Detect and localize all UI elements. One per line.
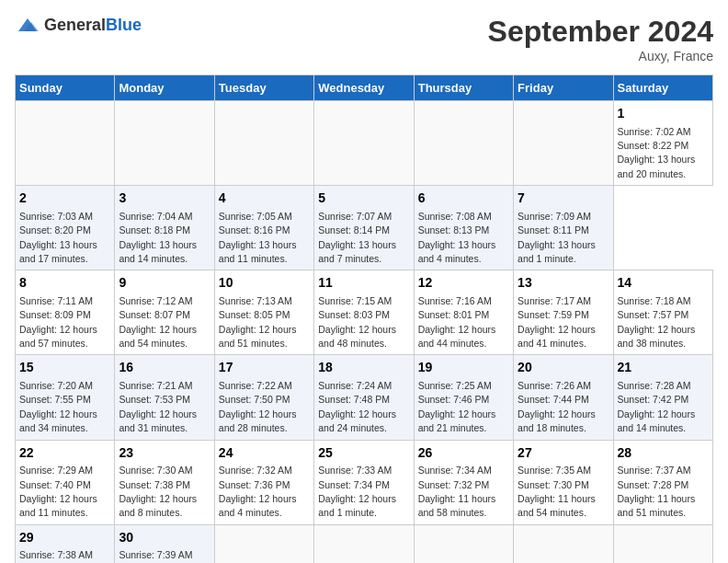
day-number: 28 [618, 444, 709, 463]
daylight-info: Daylight: 13 hours and 4 minutes. [418, 239, 496, 264]
sunrise-info: Sunrise: 7:25 AM [418, 380, 492, 391]
daylight-info: Daylight: 12 hours and 54 minutes. [119, 324, 197, 349]
calendar-day-cell: 27Sunrise: 7:35 AMSunset: 7:30 PMDayligh… [514, 440, 613, 524]
day-number: 2 [19, 190, 110, 208]
sunrise-info: Sunrise: 7:16 AM [418, 295, 492, 306]
sunrise-info: Sunrise: 7:29 AM [19, 465, 93, 476]
daylight-info: Daylight: 12 hours and 11 minutes. [19, 493, 97, 518]
day-number: 29 [19, 529, 110, 547]
logo-blue: Blue [106, 16, 142, 34]
calendar-day-cell: 16Sunrise: 7:21 AMSunset: 7:53 PMDayligh… [115, 355, 214, 440]
col-thursday: Thursday [414, 75, 513, 101]
calendar-day-cell: 11Sunrise: 7:15 AMSunset: 8:03 PMDayligh… [314, 270, 414, 355]
sunset-info: Sunset: 8:13 PM [418, 224, 490, 236]
day-number: 11 [318, 274, 409, 293]
calendar-header: Sunday Monday Tuesday Wednesday Thursday… [16, 75, 713, 101]
day-number: 18 [318, 359, 409, 377]
sunrise-info: Sunrise: 7:02 AM [618, 126, 691, 137]
daylight-info: Daylight: 12 hours and 14 minutes. [618, 408, 696, 433]
daylight-info: Daylight: 12 hours and 57 minutes. [19, 324, 97, 349]
month-title: September 2024 [488, 15, 713, 49]
sunrise-info: Sunrise: 7:39 AM [119, 549, 192, 560]
sunrise-info: Sunrise: 7:21 AM [119, 380, 192, 391]
sunrise-info: Sunrise: 7:11 AM [19, 295, 93, 306]
calendar-day-cell: 2Sunrise: 7:03 AMSunset: 8:20 PMDaylight… [16, 186, 115, 270]
day-number: 7 [518, 190, 609, 208]
sunset-info: Sunset: 7:30 PM [518, 479, 589, 490]
sunset-info: Sunset: 7:46 PM [418, 394, 490, 405]
sunrise-info: Sunrise: 7:08 AM [418, 211, 492, 222]
calendar-day-cell [613, 524, 712, 563]
col-tuesday: Tuesday [214, 75, 313, 101]
day-number: 26 [418, 444, 509, 463]
calendar-day-cell: 20Sunrise: 7:26 AMSunset: 7:44 PMDayligh… [514, 355, 613, 440]
calendar-day-cell: 23Sunrise: 7:30 AMSunset: 7:38 PMDayligh… [115, 440, 214, 524]
sunset-info: Sunset: 8:18 PM [119, 224, 190, 236]
sunrise-info: Sunrise: 7:04 AM [119, 211, 192, 222]
sunrise-info: Sunrise: 7:03 AM [19, 211, 93, 222]
sunset-info: Sunset: 7:38 PM [119, 479, 190, 490]
daylight-info: Daylight: 11 hours and 54 minutes. [518, 493, 596, 518]
sunset-info: Sunset: 7:28 PM [618, 479, 689, 490]
calendar-day-cell: 28Sunrise: 7:37 AMSunset: 7:28 PMDayligh… [613, 440, 712, 524]
sunrise-info: Sunrise: 7:07 AM [318, 211, 392, 222]
daylight-info: Daylight: 12 hours and 51 minutes. [219, 324, 297, 349]
sunrise-info: Sunrise: 7:37 AM [618, 465, 691, 476]
calendar-week-row: 29Sunrise: 7:38 AMSunset: 7:26 PMDayligh… [16, 524, 713, 563]
col-wednesday: Wednesday [314, 75, 414, 101]
calendar-day-cell: 7Sunrise: 7:09 AMSunset: 8:11 PMDaylight… [514, 186, 613, 270]
sunset-info: Sunset: 8:11 PM [518, 224, 589, 236]
sunset-info: Sunset: 8:09 PM [19, 309, 91, 320]
sunrise-info: Sunrise: 7:24 AM [318, 380, 392, 391]
calendar-day-cell: 12Sunrise: 7:16 AMSunset: 8:01 PMDayligh… [414, 270, 513, 355]
day-number: 3 [119, 190, 210, 208]
daylight-info: Daylight: 12 hours and 38 minutes. [618, 324, 696, 349]
calendar-day-cell: 18Sunrise: 7:24 AMSunset: 7:48 PMDayligh… [314, 355, 414, 440]
sunset-info: Sunset: 7:53 PM [119, 394, 190, 405]
logo-icon [15, 15, 40, 35]
day-number: 8 [19, 274, 110, 293]
calendar-day-cell: 22Sunrise: 7:29 AMSunset: 7:40 PMDayligh… [16, 440, 115, 524]
col-monday: Monday [115, 75, 214, 101]
calendar-day-cell: 24Sunrise: 7:32 AMSunset: 7:36 PMDayligh… [214, 440, 313, 524]
sunrise-info: Sunrise: 7:38 AM [19, 549, 93, 560]
sunset-info: Sunset: 7:48 PM [318, 394, 390, 405]
daylight-info: Daylight: 13 hours and 17 minutes. [19, 239, 97, 264]
day-number: 6 [418, 190, 509, 208]
calendar-day-cell: 8Sunrise: 7:11 AMSunset: 8:09 PMDaylight… [16, 270, 115, 355]
calendar-day-cell: 19Sunrise: 7:25 AMSunset: 7:46 PMDayligh… [414, 355, 513, 440]
sunrise-info: Sunrise: 7:13 AM [219, 295, 292, 306]
day-number: 24 [219, 444, 310, 463]
day-number: 19 [418, 359, 509, 377]
sunset-info: Sunset: 8:14 PM [318, 224, 390, 236]
daylight-info: Daylight: 12 hours and 28 minutes. [219, 408, 297, 433]
daylight-info: Daylight: 11 hours and 58 minutes. [418, 493, 496, 518]
daylight-info: Daylight: 13 hours and 20 minutes. [618, 154, 696, 178]
day-number: 16 [119, 359, 210, 377]
col-saturday: Saturday [613, 75, 712, 101]
calendar-day-cell: 21Sunrise: 7:28 AMSunset: 7:42 PMDayligh… [613, 355, 712, 440]
daylight-info: Daylight: 13 hours and 14 minutes. [119, 239, 197, 264]
header-row: Sunday Monday Tuesday Wednesday Thursday… [16, 75, 713, 101]
sunset-info: Sunset: 8:20 PM [19, 224, 91, 236]
calendar-day-cell: 5Sunrise: 7:07 AMSunset: 8:14 PMDaylight… [314, 186, 414, 270]
daylight-info: Daylight: 12 hours and 41 minutes. [518, 324, 596, 349]
calendar-day-cell: 10Sunrise: 7:13 AMSunset: 8:05 PMDayligh… [214, 270, 313, 355]
day-number: 5 [318, 190, 409, 208]
sunset-info: Sunset: 7:59 PM [518, 309, 589, 320]
sunset-info: Sunset: 7:50 PM [219, 394, 290, 405]
daylight-info: Daylight: 12 hours and 1 minute. [318, 493, 396, 518]
calendar-day-cell [115, 101, 214, 186]
calendar-day-cell [414, 101, 513, 186]
sunrise-info: Sunrise: 7:35 AM [518, 465, 591, 476]
sunset-info: Sunset: 7:40 PM [19, 479, 91, 490]
calendar-day-cell [514, 524, 613, 563]
sunset-info: Sunset: 8:05 PM [219, 309, 290, 320]
calendar-day-cell [314, 524, 414, 563]
day-number: 20 [518, 359, 609, 377]
calendar-day-cell: 15Sunrise: 7:20 AMSunset: 7:55 PMDayligh… [16, 355, 115, 440]
sunrise-info: Sunrise: 7:17 AM [518, 295, 591, 306]
calendar-week-row: 1Sunrise: 7:02 AMSunset: 8:22 PMDaylight… [16, 101, 713, 186]
sunrise-info: Sunrise: 7:18 AM [618, 295, 691, 306]
calendar-day-cell: 14Sunrise: 7:18 AMSunset: 7:57 PMDayligh… [613, 270, 712, 355]
